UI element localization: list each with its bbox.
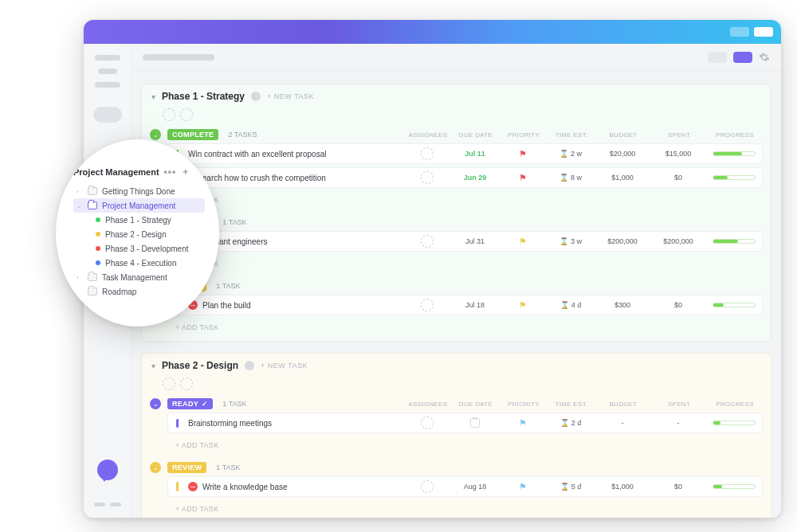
status-pill[interactable]: READY ✓ <box>167 398 213 409</box>
more-icon[interactable]: ••• <box>164 166 177 178</box>
task-row[interactable]: –Plan the build Jul 18 ⚑ ⌛4 d $300 $0 <box>167 295 763 315</box>
progress-cell[interactable] <box>706 484 762 489</box>
time-est-cell[interactable]: ⌛5 d <box>547 483 595 491</box>
due-date-cell[interactable]: Jul 11 <box>451 150 499 158</box>
spent-cell[interactable]: $0 <box>650 174 706 182</box>
time-est-cell[interactable]: ⌛3 w <box>547 237 595 245</box>
assignee-cell[interactable] <box>403 480 451 493</box>
status-header[interactable]: ⌄ READY ✓ 1 TASK <box>150 217 763 228</box>
progress-cell[interactable] <box>706 421 762 425</box>
spent-cell[interactable]: $0 <box>650 483 706 491</box>
sidebar-phase[interactable]: Phase 4 - Execution <box>73 256 205 270</box>
info-icon[interactable] <box>251 92 261 101</box>
priority-cell[interactable]: ⚑ <box>499 482 547 492</box>
header-primary-button[interactable] <box>733 52 752 63</box>
phase-header[interactable]: ▾ Phase 2 - Design + NEW TASK <box>142 354 771 377</box>
assignee-icon[interactable] <box>421 299 434 311</box>
chat-icon[interactable] <box>97 460 118 480</box>
status-pill[interactable]: COMPLETE <box>167 129 218 140</box>
assignee-icon[interactable] <box>421 147 434 160</box>
sidebar-phase[interactable]: Phase 2 - Design <box>73 227 205 241</box>
spent-cell[interactable]: - <box>650 419 706 427</box>
collapse-icon[interactable]: ▾ <box>151 362 155 370</box>
titlebar-toggle-dim[interactable] <box>730 27 749 37</box>
task-row[interactable]: Win contract with an excellent proposal … <box>167 143 763 164</box>
assignee-cell[interactable] <box>403 147 451 160</box>
due-date-cell[interactable] <box>451 418 499 428</box>
sidebar-folder[interactable]: Roadmap <box>73 284 205 299</box>
add-icon[interactable]: + <box>183 166 188 178</box>
assignee-cell[interactable] <box>403 171 451 184</box>
progress-cell[interactable] <box>706 239 762 244</box>
task-row[interactable]: Research how to crush the competition Ju… <box>167 167 763 188</box>
sidebar-folder[interactable]: ⌄Project Management <box>73 198 205 213</box>
info-icon[interactable] <box>245 361 254 370</box>
chevron-down-icon[interactable]: ⌄ <box>150 462 161 473</box>
calendar-icon[interactable] <box>470 418 480 428</box>
status-header[interactable]: ⌄ REVIEW 1 TASK <box>150 280 763 291</box>
chevron-down-icon[interactable]: ⌄ <box>150 398 161 409</box>
progress-cell[interactable] <box>706 303 762 307</box>
time-est-cell[interactable]: ⌛8 w <box>547 174 595 182</box>
budget-cell[interactable]: $200,000 <box>595 237 650 245</box>
add-task-button[interactable]: + ADD TASK <box>167 255 763 272</box>
collapse-icon[interactable]: ▾ <box>151 92 155 101</box>
time-est-cell[interactable]: ⌛2 d <box>547 419 595 427</box>
status-header[interactable]: ⌄ COMPLETE 2 TASKSASSIGNEESDUE DATEPRIOR… <box>150 129 763 140</box>
priority-cell[interactable]: ⚑ <box>499 418 547 428</box>
phase-header[interactable]: ▾ Phase 1 - Strategy + NEW TASK <box>142 84 771 108</box>
status-pill[interactable]: REVIEW <box>167 462 206 473</box>
priority-cell[interactable]: ⚑ <box>499 149 547 159</box>
budget-cell[interactable]: $1,000 <box>595 483 650 491</box>
task-row[interactable]: Hire brilliant engineers Jul 31 ⚑ ⌛3 w $… <box>167 231 763 252</box>
header-button-placeholder[interactable] <box>708 52 727 63</box>
priority-cell[interactable]: ⚑ <box>499 173 547 183</box>
add-task-button[interactable]: + ADD TASK <box>167 191 763 209</box>
status-header[interactable]: ⌄ REVIEW 1 TASK <box>150 462 763 473</box>
add-task-button[interactable]: + ADD TASK <box>167 500 763 518</box>
gear-icon[interactable] <box>759 52 770 63</box>
assignee-chip[interactable] <box>180 108 193 121</box>
content-scroll[interactable]: ▾ Phase 1 - Strategy + NEW TASK⌄ COMPLET… <box>132 71 781 518</box>
spent-cell[interactable]: $200,000 <box>650 237 706 245</box>
sidebar-folder[interactable]: ›Task Management <box>73 270 205 284</box>
sidebar-phase[interactable]: Phase 1 - Strategy <box>73 213 205 227</box>
progress-cell[interactable] <box>706 175 762 180</box>
assignee-icon[interactable] <box>421 480 434 493</box>
due-date-cell[interactable]: Jul 31 <box>451 237 499 245</box>
sidebar-phase[interactable]: Phase 3 - Development <box>73 241 205 256</box>
progress-cell[interactable] <box>706 151 762 156</box>
add-task-button[interactable]: + ADD TASK <box>167 436 763 454</box>
task-row[interactable]: Brainstorming meetings ⚑ ⌛2 d - - <box>167 413 763 433</box>
priority-chip[interactable] <box>163 108 175 121</box>
assignee-cell[interactable] <box>403 299 451 311</box>
budget-cell[interactable]: $20,000 <box>595 150 650 158</box>
budget-cell[interactable]: $1,000 <box>595 174 650 182</box>
priority-chip[interactable] <box>163 377 175 390</box>
due-date-cell[interactable]: Aug 18 <box>451 483 499 491</box>
assignee-icon[interactable] <box>421 235 434 248</box>
priority-cell[interactable]: ⚑ <box>499 300 547 311</box>
priority-cell[interactable]: ⚑ <box>499 237 547 247</box>
time-est-cell[interactable]: ⌛4 d <box>547 301 595 309</box>
due-date-cell[interactable]: Jul 18 <box>451 301 499 309</box>
status-header[interactable]: ⌄ READY ✓ 1 TASKASSIGNEESDUE DATEPRIORIT… <box>150 398 763 409</box>
assignee-icon[interactable] <box>421 417 434 429</box>
new-task-button[interactable]: + NEW TASK <box>261 362 308 370</box>
assignee-cell[interactable] <box>403 235 451 248</box>
budget-cell[interactable]: $300 <box>595 301 650 309</box>
budget-cell[interactable]: - <box>595 419 650 427</box>
task-row[interactable]: –Write a knowledge base Aug 18 ⚑ ⌛5 d $1… <box>167 476 763 497</box>
search-placeholder[interactable] <box>93 107 122 123</box>
assignee-icon[interactable] <box>421 171 434 184</box>
spent-cell[interactable]: $0 <box>650 301 706 309</box>
new-task-button[interactable]: + NEW TASK <box>267 92 314 100</box>
due-date-cell[interactable]: Jun 29 <box>451 174 499 182</box>
chevron-down-icon[interactable]: ⌄ <box>150 129 161 140</box>
sidebar-folder[interactable]: ›Getting Things Done <box>73 184 205 198</box>
assignee-chip[interactable] <box>180 377 193 390</box>
titlebar-toggle-bright[interactable] <box>754 27 773 37</box>
assignee-cell[interactable] <box>403 417 451 429</box>
spent-cell[interactable]: $15,000 <box>650 150 706 158</box>
add-task-button[interactable]: + ADD TASK <box>167 319 763 336</box>
